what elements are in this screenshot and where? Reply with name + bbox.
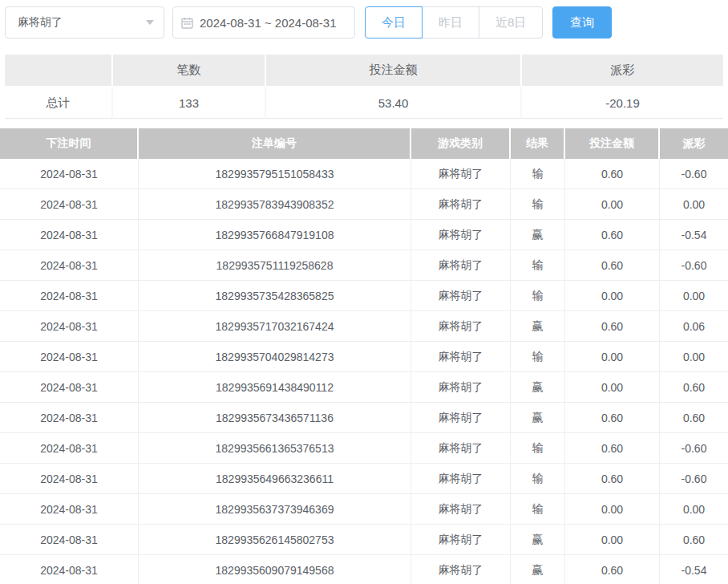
- table-header-row: 下注时间 注单编号 游戏类别 结果 投注金额 派彩: [0, 128, 728, 159]
- cell-game-type: 麻将胡了: [411, 189, 511, 219]
- cell-bet-amount: 0.60: [565, 555, 660, 584]
- cell-bet-time: 2024-08-31: [0, 403, 139, 432]
- table-row: 2024-08-31 1829935673436571136 麻将胡了 赢 0.…: [0, 403, 728, 433]
- cell-bet-amount: 0.60: [565, 250, 660, 280]
- cell-result: 赢: [511, 555, 565, 584]
- header-bet-amount: 投注金额: [565, 128, 660, 159]
- summary-header-bet-amount: 投注金额: [266, 55, 522, 86]
- header-payout: 派彩: [660, 128, 728, 159]
- cell-bet-amount: 0.00: [565, 372, 660, 402]
- cell-result: 赢: [511, 220, 565, 249]
- yesterday-button[interactable]: 昨日: [422, 6, 479, 39]
- filter-bar: 麻将胡了 2024-08-31 ~ 2024-08-31 今日 昨日 近8日 查…: [5, 6, 723, 39]
- cell-result: 输: [511, 433, 565, 463]
- cell-result: 输: [511, 189, 565, 219]
- cell-bet-time: 2024-08-31: [0, 189, 139, 219]
- cell-bet-id: 1829935717032167424: [139, 311, 411, 341]
- cell-bet-time: 2024-08-31: [0, 464, 139, 493]
- query-button[interactable]: 查询: [552, 6, 612, 39]
- cell-game-type: 麻将胡了: [411, 464, 511, 493]
- cell-game-type: 麻将胡了: [411, 433, 511, 463]
- cell-result: 输: [511, 494, 565, 524]
- date-range-value: 2024-08-31 ~ 2024-08-31: [200, 16, 337, 30]
- table-row: 2024-08-31 1829935795151058433 麻将胡了 输 0.…: [0, 159, 728, 189]
- bet-records-table: 下注时间 注单编号 游戏类别 结果 投注金额 派彩 2024-08-31 182…: [0, 128, 728, 584]
- cell-game-type: 麻将胡了: [411, 220, 511, 249]
- cell-bet-id: 1829935609079149568: [139, 555, 411, 584]
- cell-result: 输: [511, 464, 565, 493]
- summary-total-label: 总计: [5, 87, 113, 119]
- table-row: 2024-08-31 1829935704029814273 麻将胡了 输 0.…: [0, 342, 728, 372]
- cell-game-type: 麻将胡了: [411, 494, 511, 524]
- cell-bet-amount: 0.60: [565, 159, 660, 189]
- cell-bet-id: 1829935783943908352: [139, 189, 411, 219]
- cell-bet-time: 2024-08-31: [0, 372, 139, 402]
- table-row: 2024-08-31 1829935751119258628 麻将胡了 输 0.…: [0, 250, 728, 281]
- cell-result: 输: [511, 250, 565, 280]
- cell-bet-amount: 0.00: [565, 281, 660, 310]
- cell-result: 输: [511, 342, 565, 371]
- cell-bet-amount: 0.00: [565, 494, 660, 524]
- cell-game-type: 麻将胡了: [411, 342, 511, 371]
- cell-result: 赢: [511, 525, 565, 554]
- summary-header-empty: [5, 55, 113, 86]
- cell-bet-id: 1829935626145802753: [139, 525, 411, 554]
- cell-bet-amount: 0.00: [565, 342, 660, 371]
- header-result: 结果: [511, 128, 565, 159]
- summary-header-payout: 派彩: [522, 55, 723, 86]
- table-row: 2024-08-31 1829935609079149568 麻将胡了 赢 0.…: [0, 555, 728, 584]
- cell-bet-id: 1829935735428365825: [139, 281, 411, 310]
- cell-payout: 0.00: [660, 342, 728, 371]
- cell-bet-id: 1829935691438490112: [139, 372, 411, 402]
- calendar-icon: [181, 17, 193, 29]
- cell-bet-time: 2024-08-31: [0, 555, 139, 584]
- table-row: 2024-08-31 1829935649663236611 麻将胡了 输 0.…: [0, 464, 728, 494]
- table-row: 2024-08-31 1829935735428365825 麻将胡了 输 0.…: [0, 281, 728, 311]
- table-row: 2024-08-31 1829935626145802753 麻将胡了 赢 0.…: [0, 525, 728, 555]
- game-select-value: 麻将胡了: [18, 15, 63, 30]
- cell-result: 输: [511, 281, 565, 310]
- cell-result: 赢: [511, 372, 565, 402]
- cell-bet-amount: 0.00: [565, 189, 660, 219]
- table-row: 2024-08-31 1829935766847919108 麻将胡了 赢 0.…: [0, 220, 728, 250]
- cell-bet-time: 2024-08-31: [0, 494, 139, 524]
- cell-bet-time: 2024-08-31: [0, 433, 139, 463]
- cell-game-type: 麻将胡了: [411, 159, 511, 189]
- table-row: 2024-08-31 1829935661365376513 麻将胡了 输 0.…: [0, 433, 728, 464]
- cell-bet-amount: 0.60: [565, 433, 660, 463]
- cell-game-type: 麻将胡了: [411, 281, 511, 310]
- cell-bet-amount: 0.60: [565, 464, 660, 493]
- table-row: 2024-08-31 1829935691438490112 麻将胡了 赢 0.…: [0, 372, 728, 403]
- cell-bet-time: 2024-08-31: [0, 220, 139, 249]
- cell-result: 赢: [511, 403, 565, 432]
- summary-header-count: 笔数: [113, 55, 266, 86]
- summary-header-row: 笔数 投注金额 派彩: [5, 55, 723, 87]
- cell-bet-amount: 0.60: [565, 220, 660, 249]
- cell-payout: 0.06: [660, 311, 728, 341]
- cell-bet-id: 1829935751119258628: [139, 250, 411, 280]
- cell-result: 赢: [511, 311, 565, 341]
- cell-payout: -0.60: [660, 250, 728, 280]
- cell-bet-time: 2024-08-31: [0, 525, 139, 554]
- date-range-input[interactable]: 2024-08-31 ~ 2024-08-31: [172, 6, 355, 39]
- cell-game-type: 麻将胡了: [411, 311, 511, 341]
- cell-bet-amount: 0.60: [565, 311, 660, 341]
- cell-bet-amount: 0.60: [565, 403, 660, 432]
- cell-game-type: 麻将胡了: [411, 525, 511, 554]
- header-bet-id: 注单编号: [139, 128, 411, 159]
- cell-result: 输: [511, 159, 565, 189]
- cell-game-type: 麻将胡了: [411, 403, 511, 432]
- game-select[interactable]: 麻将胡了: [5, 6, 164, 39]
- table-row: 2024-08-31 1829935637373946369 麻将胡了 输 0.…: [0, 494, 728, 525]
- summary-total-payout: -20.19: [522, 87, 723, 119]
- last8days-button[interactable]: 近8日: [479, 6, 543, 39]
- today-button[interactable]: 今日: [365, 6, 423, 39]
- cell-bet-id: 1829935673436571136: [139, 403, 411, 432]
- cell-payout: -0.60: [660, 159, 728, 189]
- cell-payout: -0.54: [660, 555, 728, 584]
- cell-bet-id: 1829935649663236611: [139, 464, 411, 493]
- cell-bet-amount: 0.00: [565, 525, 660, 554]
- cell-payout: -0.54: [660, 220, 728, 249]
- chevron-down-icon: [146, 20, 154, 25]
- cell-payout: 0.60: [660, 525, 728, 554]
